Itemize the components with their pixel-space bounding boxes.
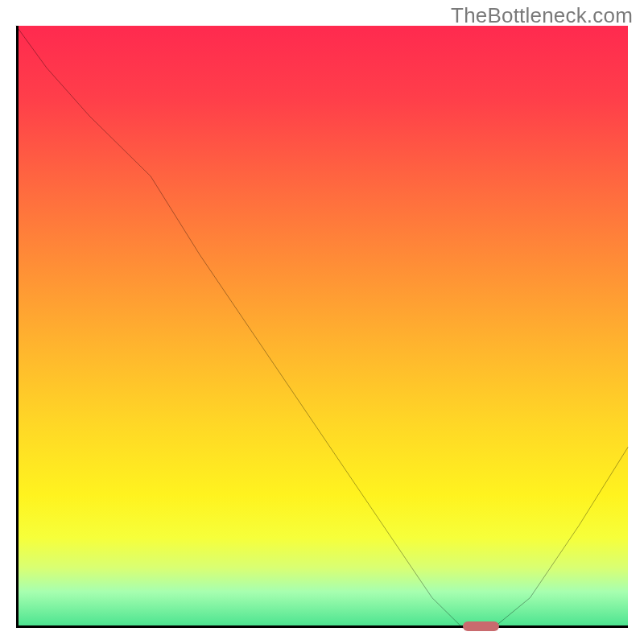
chart-container: TheBottleneck.com bbox=[0, 0, 644, 644]
optimal-range-marker bbox=[463, 621, 500, 631]
watermark-text: TheBottleneck.com bbox=[451, 3, 633, 28]
plot-area bbox=[16, 26, 628, 628]
chart-axes bbox=[16, 26, 628, 628]
